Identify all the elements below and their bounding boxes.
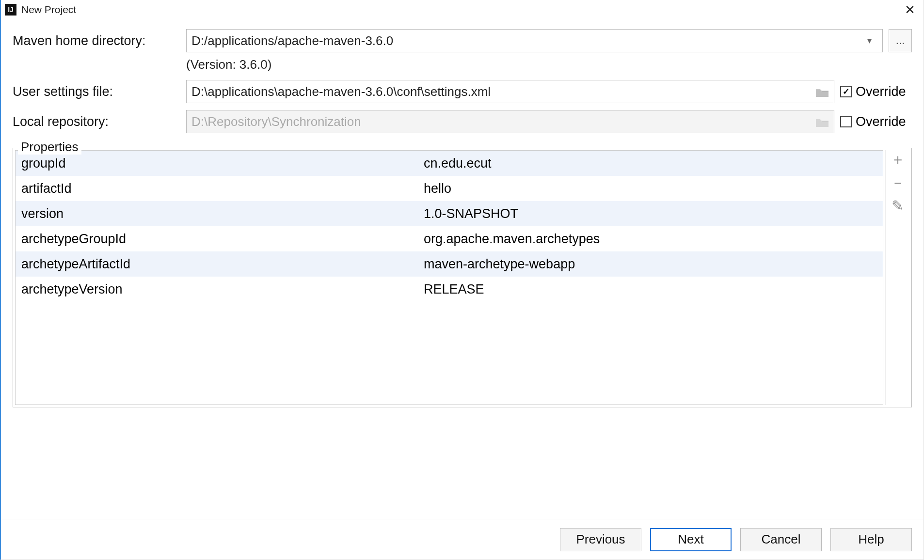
table-row[interactable]: artifactId hello [16,176,883,201]
user-settings-override-checkbox[interactable]: Override [840,84,912,99]
close-icon[interactable]: ✕ [900,2,920,17]
remove-icon[interactable]: － [891,175,905,190]
local-repo-field-wrap: D:\Repository\Synchronization Override [186,110,912,133]
maven-home-combo[interactable]: D:/applications/apache-maven-3.6.0 ▾ [186,29,883,52]
prop-value: org.apache.maven.archetypes [418,232,883,247]
table-row[interactable]: archetypeArtifactId maven-archetype-weba… [16,251,883,277]
checkbox-icon [840,86,852,97]
properties-group: Properties groupId cn.edu.ecut artifactI… [13,148,912,407]
maven-home-field-wrap: D:/applications/apache-maven-3.6.0 ▾ ... [186,29,912,52]
prop-value: hello [418,181,883,196]
prop-key: archetypeArtifactId [16,257,418,272]
prop-key: groupId [16,156,418,171]
table-row[interactable]: groupId cn.edu.ecut [16,151,883,176]
maven-version-note: (Version: 3.6.0) [186,57,912,72]
help-button[interactable]: Help [830,528,912,551]
folder-icon [815,116,829,127]
local-repo-value: D:\Repository\Synchronization [191,114,815,129]
previous-button[interactable]: Previous [560,528,641,551]
properties-action-bar: ＋ － ✎ [885,150,909,405]
properties-legend: Properties [18,140,81,155]
table-row[interactable]: archetypeGroupId org.apache.maven.archet… [16,226,883,251]
dialog-content: Maven home directory: D:/applications/ap… [1,19,924,519]
edit-icon[interactable]: ✎ [892,199,904,213]
window-title: New Project [21,4,900,16]
prop-key: version [16,206,418,221]
table-row[interactable]: archetypeVersion RELEASE [16,277,883,302]
prop-value: 1.0-SNAPSHOT [418,206,883,221]
chevron-down-icon[interactable]: ▾ [861,35,877,46]
app-icon: IJ [5,4,16,16]
checkbox-icon [840,116,852,127]
local-repo-label: Local repository: [13,114,186,129]
spacer [13,407,912,514]
maven-home-value: D:/applications/apache-maven-3.6.0 [191,33,861,48]
prop-value: cn.edu.ecut [418,156,883,171]
properties-table[interactable]: groupId cn.edu.ecut artifactId hello ver… [15,150,883,405]
prop-value: RELEASE [418,282,883,297]
table-row[interactable]: version 1.0-SNAPSHOT [16,201,883,226]
user-settings-row: User settings file: D:\applications\apac… [13,80,912,103]
title-bar: IJ New Project ✕ [1,0,924,19]
local-repo-input: D:\Repository\Synchronization [186,110,834,133]
user-settings-field-wrap: D:\applications\apache-maven-3.6.0\conf\… [186,80,912,103]
local-repo-override-checkbox[interactable]: Override [840,114,912,129]
user-settings-input[interactable]: D:\applications\apache-maven-3.6.0\conf\… [186,80,834,103]
prop-key: artifactId [16,181,418,196]
dialog-window: IJ New Project ✕ Maven home directory: D… [0,0,924,560]
folder-icon[interactable] [815,86,829,97]
prop-key: archetypeGroupId [16,232,418,247]
prop-value: maven-archetype-webapp [418,257,883,272]
add-icon[interactable]: ＋ [891,152,905,167]
prop-key: archetypeVersion [16,282,418,297]
maven-home-label: Maven home directory: [13,33,186,48]
local-repo-row: Local repository: D:\Repository\Synchron… [13,110,912,133]
button-bar: Previous Next Cancel Help [1,519,924,560]
cancel-button[interactable]: Cancel [740,528,822,551]
local-repo-override-label: Override [856,114,906,129]
maven-home-row: Maven home directory: D:/applications/ap… [13,29,912,52]
user-settings-value: D:\applications\apache-maven-3.6.0\conf\… [191,84,815,99]
user-settings-label: User settings file: [13,84,186,99]
maven-home-browse-button[interactable]: ... [889,29,912,52]
ellipsis-icon: ... [896,34,905,47]
user-settings-override-label: Override [856,84,906,99]
next-button[interactable]: Next [650,528,732,551]
